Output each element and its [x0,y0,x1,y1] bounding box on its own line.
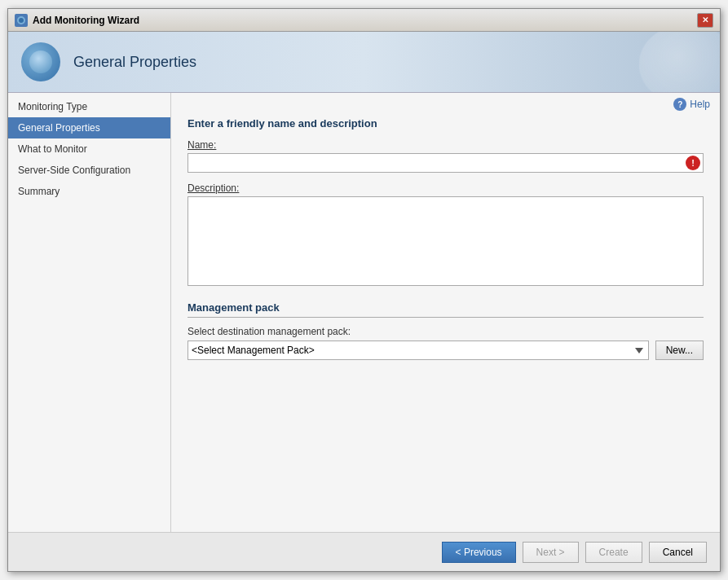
create-button[interactable]: Create [585,542,642,563]
main-content: ? Help Enter a friendly name and descrip… [171,93,720,532]
window-title: Add Monitoring Wizard [33,15,697,26]
mgmt-pack-section: Management pack Select destination manag… [188,301,704,360]
mgmt-pack-select-label: Select destination management pack: [188,326,704,337]
name-input[interactable] [188,153,704,173]
sidebar-item-summary[interactable]: Summary [8,181,170,202]
name-label: Name: [188,139,704,151]
description-label: Description: [188,182,704,194]
footer: < Previous Next > Create Cancel [8,532,720,571]
header-title: General Properties [73,54,196,71]
mgmt-pack-select[interactable]: <Select Management Pack> [188,341,649,360]
main-window: Add Monitoring Wizard ✕ General Properti… [7,8,721,572]
sidebar-item-general-properties[interactable]: General Properties [8,117,170,138]
new-button[interactable]: New... [655,341,704,360]
name-input-wrapper: ! [188,153,704,173]
help-label: Help [690,99,710,110]
sidebar-item-monitoring-type[interactable]: Monitoring Type [8,96,170,117]
help-icon: ? [673,98,686,111]
header-decoration [638,32,720,93]
form-section-title: Enter a friendly name and description [188,117,704,130]
sidebar-item-what-to-monitor[interactable]: What to Monitor [8,138,170,160]
cancel-button[interactable]: Cancel [649,542,707,563]
next-button[interactable]: Next > [523,542,579,563]
close-button[interactable]: ✕ [697,13,713,28]
help-bar: ? Help [171,93,720,111]
window-icon [15,14,28,27]
mgmt-pack-title: Management pack [188,301,704,318]
mgmt-pack-select-row: <Select Management Pack> New... [188,341,704,360]
header: General Properties [8,32,720,93]
sidebar-item-server-side-config[interactable]: Server-Side Configuration [8,160,170,181]
previous-button[interactable]: < Previous [442,542,516,563]
help-link[interactable]: ? Help [673,98,710,111]
title-bar: Add Monitoring Wizard ✕ [8,9,720,32]
sidebar: Monitoring Type General Properties What … [8,93,171,532]
description-textarea[interactable] [188,196,704,286]
name-error-icon: ! [686,156,700,170]
header-icon [21,42,60,81]
content-area: Monitoring Type General Properties What … [8,93,720,532]
form-area: Enter a friendly name and description Na… [171,111,720,532]
svg-point-1 [19,18,24,23]
